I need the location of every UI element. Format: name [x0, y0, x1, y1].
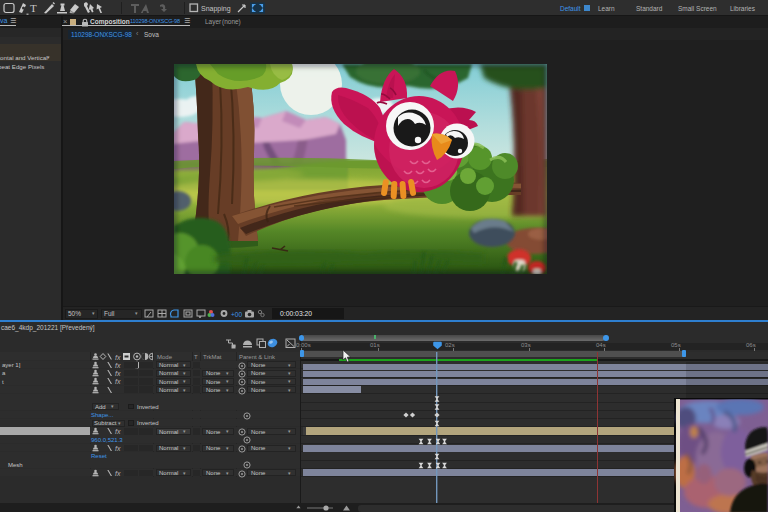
- svg-text:Snapping: Snapping: [201, 5, 231, 13]
- svg-text:fx: fx: [115, 354, 121, 361]
- svg-text:fx: fx: [115, 445, 121, 452]
- svg-text:fx: fx: [115, 428, 121, 435]
- svg-text:fx: fx: [115, 470, 121, 477]
- svg-text:fx: fx: [115, 378, 121, 385]
- svg-text:+00: +00: [231, 311, 242, 318]
- svg-text:fx: fx: [115, 370, 121, 377]
- svg-text:T: T: [30, 2, 37, 14]
- svg-text:fx: fx: [115, 362, 121, 369]
